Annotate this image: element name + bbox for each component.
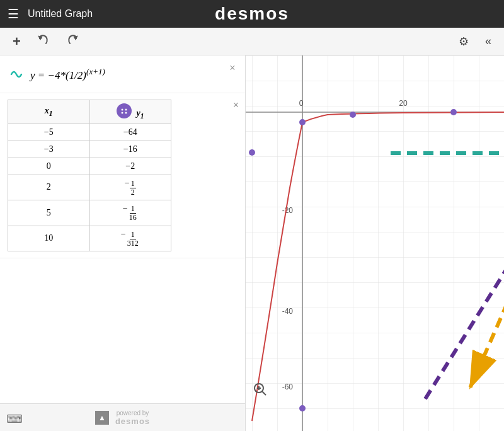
keyboard-button[interactable]: ⌨ [6,412,23,426]
undo-button[interactable] [32,31,55,52]
svg-text:0: 0 [299,99,304,108]
graph-canvas: 0 20 -20 -40 -60 [246,55,504,431]
col1-header[interactable]: x1 [8,100,90,124]
powered-by: powered by desmos [115,410,150,426]
table-close-button[interactable]: × [233,100,239,111]
svg-text:20: 20 [399,99,408,108]
col2-header[interactable]: y1 [89,100,171,124]
svg-point-18 [249,149,255,156]
redo-button[interactable] [61,31,84,52]
table-cell-x[interactable]: 2 [8,175,90,200]
svg-marker-0 [39,37,42,39]
table-cell-x[interactable]: 5 [8,200,90,226]
svg-text:-60: -60 [282,382,294,391]
table-row: −5−64 [8,124,171,141]
desmos-logo: desmos [215,4,289,24]
toolbar: + ⚙ « [0,28,504,55]
graph-area[interactable]: 0 20 -20 -40 -60 [246,55,504,431]
table-cell-y[interactable]: −1312 [89,226,171,251]
svg-text:-40: -40 [282,307,294,316]
svg-point-20 [299,405,306,411]
table-cell-y[interactable]: −64 [89,124,171,141]
table-cell-y[interactable]: −2 [89,158,171,175]
table-cell-x[interactable]: −3 [8,141,90,158]
svg-line-28 [262,391,266,395]
main-container: y = −4*(1/2)(x+1) × × x1 [0,55,504,431]
svg-point-2 [120,106,129,115]
data-table: x1 y1 [8,100,171,251]
svg-point-4 [125,109,127,111]
add-button[interactable]: + [8,31,26,52]
expression-row: y = −4*(1/2)(x+1) × [0,55,245,93]
table-row: 2−12 [8,175,171,200]
table-row: 5−116 [8,200,171,226]
topbar: ☰ Untitled Graph desmos [0,0,504,28]
table-container: × x1 [0,93,245,258]
table-row: −3−16 [8,141,171,158]
svg-point-17 [350,112,356,118]
table-cell-x[interactable]: 0 [8,158,90,175]
svg-marker-1 [74,37,77,39]
table-cell-x[interactable]: 10 [8,226,90,251]
table-cell-y[interactable]: −116 [89,200,171,226]
svg-point-19 [450,109,457,115]
expression-close-button[interactable]: × [226,62,239,74]
table-cell-y[interactable]: −12 [89,175,171,200]
zoom-fit-button[interactable] [252,381,267,399]
svg-point-6 [125,112,127,114]
expression-icon [8,66,25,83]
svg-text:-20: -20 [282,206,294,215]
table-row: 10−1312 [8,226,171,251]
svg-point-3 [121,109,123,111]
expression-formula[interactable]: y = −4*(1/2)(x+1) [30,67,105,82]
table-color-icon[interactable] [117,103,132,118]
hamburger-icon[interactable]: ☰ [8,6,19,21]
collapse-button[interactable]: « [480,32,496,50]
left-panel: y = −4*(1/2)(x+1) × × x1 [0,55,246,431]
left-panel-bottom: ⌨ ▲ powered by desmos [0,403,245,431]
table-cell-y[interactable]: −16 [89,141,171,158]
svg-point-5 [121,112,123,114]
expand-panel-button[interactable]: ▲ [95,411,109,425]
svg-point-16 [299,119,306,125]
table-cell-x[interactable]: −5 [8,124,90,141]
table-row: 0−2 [8,158,171,175]
settings-button[interactable]: ⚙ [454,32,474,51]
